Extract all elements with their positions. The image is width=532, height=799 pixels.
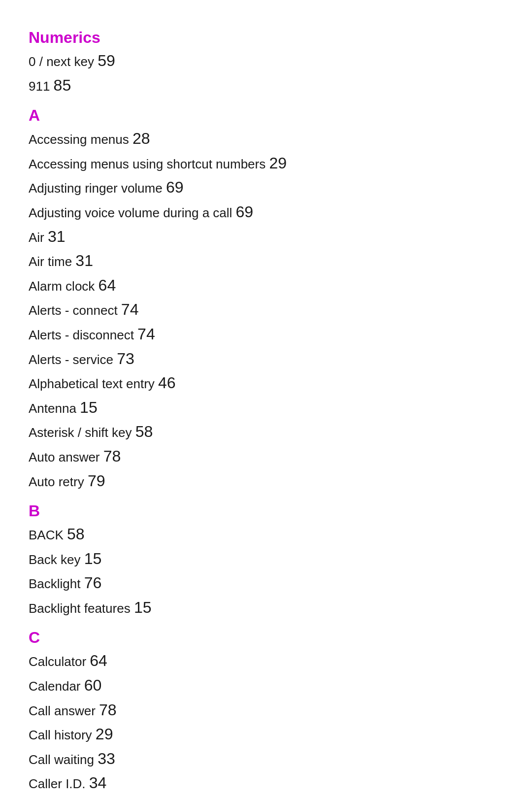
entry-number: 64 xyxy=(99,276,116,294)
index-entry: Air 31 xyxy=(29,225,503,249)
entry-number: 31 xyxy=(48,228,66,245)
entry-number: 59 xyxy=(98,52,115,69)
entry-label: Alerts - service xyxy=(29,352,117,367)
entry-label: Alerts - connect xyxy=(29,303,121,318)
entry-number: 76 xyxy=(84,574,102,592)
index-entry: Call waiting 33 xyxy=(29,747,503,771)
entry-number: 69 xyxy=(236,203,254,221)
entry-number: 33 xyxy=(98,750,115,767)
index-entry: Backlight features 15 xyxy=(29,596,503,620)
entry-label: Air time xyxy=(29,254,75,269)
index-entry: Call history 29 xyxy=(29,722,503,747)
entry-label: Adjusting ringer volume xyxy=(29,181,166,196)
index-entry: Backlight 76 xyxy=(29,571,503,596)
index-entry: Auto answer 78 xyxy=(29,444,503,469)
entry-label: Accessing menus using shortcut numbers xyxy=(29,157,269,171)
entry-label: Calendar xyxy=(29,679,84,694)
index-entry: Alerts - connect 74 xyxy=(29,298,503,322)
index-entry: Alerts - service 73 xyxy=(29,347,503,371)
entry-label: Call waiting xyxy=(29,752,98,767)
section-heading-a: A xyxy=(29,106,503,125)
entry-label: 0 / next key xyxy=(29,54,98,69)
entry-label: Antenna xyxy=(29,401,80,416)
section-heading-c: C xyxy=(29,629,503,647)
index-entry: Call answer 78 xyxy=(29,698,503,723)
entry-label: 911 xyxy=(29,79,54,94)
entry-label: Call answer xyxy=(29,703,99,718)
entry-number: 34 xyxy=(89,774,107,792)
entry-label: Calculator xyxy=(29,654,90,669)
entry-number: 15 xyxy=(80,399,98,416)
index-entry: BACK 58 xyxy=(29,522,503,547)
entry-number: 79 xyxy=(88,472,105,490)
entry-number: 15 xyxy=(134,599,152,616)
entry-label: Air xyxy=(29,230,48,245)
entry-label: Alerts - disconnect xyxy=(29,328,137,342)
index-entry: Adjusting ringer volume 69 xyxy=(29,175,503,200)
index-entry: Asterisk / shift key 58 xyxy=(29,420,503,444)
entry-number: 28 xyxy=(133,130,150,147)
entry-label: Auto retry xyxy=(29,474,88,489)
entry-label: Accessing menus xyxy=(29,132,133,147)
entry-label: Asterisk / shift key xyxy=(29,425,135,440)
index-entry: Caller I.D. 34 xyxy=(29,771,503,796)
index-entry: Antenna 15 xyxy=(29,396,503,420)
entry-number: 58 xyxy=(67,525,85,543)
entry-label: BACK xyxy=(29,528,67,542)
entry-number: 74 xyxy=(121,300,139,318)
entry-label: Alphabetical text entry xyxy=(29,376,158,391)
entry-number: 31 xyxy=(75,252,93,269)
entry-label: Alarm clock xyxy=(29,279,99,294)
entry-number: 29 xyxy=(96,725,113,743)
entry-number: 58 xyxy=(135,423,153,440)
index-page: Numerics0 / next key 59911 85AAccessing … xyxy=(29,29,503,799)
index-entry: Alerts - disconnect 74 xyxy=(29,322,503,347)
entry-number: 64 xyxy=(90,652,107,669)
index-entry: Calendar 60 xyxy=(29,673,503,698)
entry-label: Back key xyxy=(29,552,84,567)
section-heading-b: B xyxy=(29,502,503,520)
entry-number: 46 xyxy=(158,374,176,392)
entry-number: 15 xyxy=(84,550,102,567)
index-entry: Accessing menus 28 xyxy=(29,127,503,151)
index-entry: Air time 31 xyxy=(29,249,503,273)
section-heading-numerics: Numerics xyxy=(29,29,503,47)
entry-label: Caller I.D. xyxy=(29,776,89,791)
index-entry: 911 85 xyxy=(29,73,503,98)
entry-label: Backlight features xyxy=(29,601,134,616)
index-entry: Calculator 64 xyxy=(29,649,503,673)
entry-label: Call history xyxy=(29,728,96,742)
index-entry: Back key 15 xyxy=(29,547,503,571)
entry-label: Adjusting voice volume during a call xyxy=(29,205,236,220)
index-entry: Accessing menus using shortcut numbers 2… xyxy=(29,151,503,176)
index-entry: Alphabetical text entry 46 xyxy=(29,371,503,396)
entry-number: 73 xyxy=(117,350,134,367)
entry-number: 29 xyxy=(269,154,287,172)
entry-label: Auto answer xyxy=(29,450,103,465)
index-entry: Adjusting voice volume during a call 69 xyxy=(29,200,503,225)
index-entry: Auto retry 79 xyxy=(29,469,503,494)
entry-number: 60 xyxy=(84,676,102,694)
entry-number: 74 xyxy=(137,325,155,343)
entry-label: Backlight xyxy=(29,576,84,591)
entry-number: 78 xyxy=(99,701,117,719)
entry-number: 78 xyxy=(103,447,121,465)
entry-number: 69 xyxy=(166,178,184,196)
index-entry: Alarm clock 64 xyxy=(29,273,503,298)
entry-number: 85 xyxy=(54,76,71,94)
index-entry: 0 / next key 59 xyxy=(29,49,503,73)
index-entry: Calling special numbers in lock mode 86 xyxy=(29,796,503,799)
